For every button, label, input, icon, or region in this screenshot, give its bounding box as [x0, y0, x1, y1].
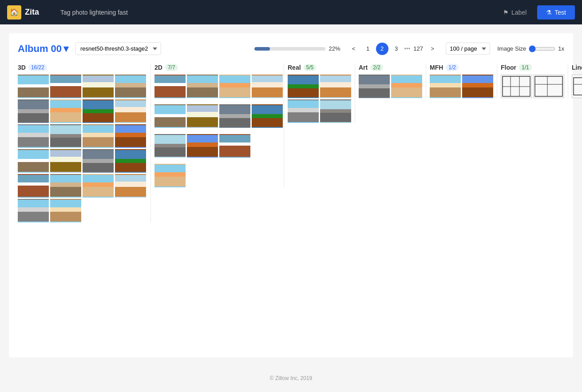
- category-floor: Floor 1/1: [497, 64, 568, 98]
- thumb-real-3[interactable]: [288, 99, 319, 123]
- category-3d-count: 16/22: [28, 64, 47, 71]
- category-mfh-header: MFH 1/2: [430, 64, 493, 71]
- thumb-3d-13[interactable]: [18, 149, 49, 173]
- thumb-2d-3[interactable]: [219, 75, 250, 98]
- thumb-2d-4[interactable]: [252, 75, 283, 98]
- progress-area: 22%: [254, 45, 340, 52]
- chevron-down-icon: ▾: [63, 43, 68, 55]
- page-1-button[interactable]: 1: [362, 43, 374, 55]
- thumb-2d-10[interactable]: [187, 134, 218, 158]
- category-floor-header: Floor 1/1: [501, 64, 564, 71]
- per-page-selector[interactable]: 50 / page 100 / page 200 / page: [446, 43, 490, 55]
- category-real-header: Real 5/5: [288, 64, 351, 71]
- prev-page-button[interactable]: <: [348, 43, 360, 55]
- main-content: Album 00 ▾ resnet50-thresh0.3-stage2 res…: [9, 33, 573, 357]
- category-art: Art 2/2: [355, 64, 426, 98]
- thumb-3d-7[interactable]: [83, 99, 114, 123]
- thumb-3d-15[interactable]: [83, 149, 114, 173]
- photo-grid-real: [288, 75, 352, 123]
- copyright: © Zillow Inc, 2019: [270, 375, 313, 381]
- category-2d: 2D 7/7: [151, 64, 284, 187]
- category-art-name: Art: [359, 64, 368, 71]
- thumb-3d-22[interactable]: [50, 199, 81, 222]
- thumb-3d-17[interactable]: [18, 174, 49, 198]
- photo-grid-mfh: [430, 75, 495, 98]
- category-art-count: 2/2: [370, 64, 383, 71]
- thumb-2d-12[interactable]: [154, 164, 186, 187]
- nav-test-button[interactable]: ⚗ Test: [537, 5, 575, 20]
- thumb-3d-21[interactable]: [18, 199, 49, 222]
- pagination: < 1 2 3 ••• 127 >: [348, 43, 439, 55]
- footer: © Zillow Inc, 2019: [0, 366, 582, 390]
- photo-grid-floor: [501, 75, 566, 98]
- model-selector-wrapper: resnet50-thresh0.3-stage2 resnet50-thres…: [75, 42, 161, 55]
- category-2d-header: 2D 7/7: [154, 64, 280, 71]
- thumb-3d-6[interactable]: [50, 99, 81, 123]
- thumb-3d-2[interactable]: [50, 75, 81, 98]
- page-2-button[interactable]: 2: [376, 43, 388, 55]
- category-mfh-name: MFH: [430, 64, 443, 71]
- album-title[interactable]: Album 00 ▾: [18, 43, 68, 55]
- thumb-real-4[interactable]: [320, 99, 351, 123]
- model-selector[interactable]: resnet50-thresh0.3-stage2 resnet50-thres…: [75, 42, 161, 55]
- category-line-header: Line 1/1: [572, 64, 582, 71]
- category-art-header: Art 2/2: [359, 64, 422, 71]
- thumb-3d-1[interactable]: [18, 75, 49, 98]
- nav-label-button[interactable]: ⚑ Label: [494, 5, 535, 20]
- last-page-button[interactable]: 127: [412, 43, 424, 55]
- thumb-3d-3[interactable]: [83, 75, 114, 98]
- next-page-button[interactable]: >: [426, 43, 439, 55]
- progress-label: 22%: [329, 45, 340, 52]
- thumb-2d-6[interactable]: [187, 104, 218, 128]
- floor-plan-svg-2: [534, 75, 563, 97]
- app-header: 🏠 Zita Tag photo lightening fast ⚑ Label…: [0, 0, 582, 24]
- thumb-3d-5[interactable]: [18, 99, 49, 123]
- thumb-3d-20[interactable]: [115, 174, 146, 198]
- category-line: Line 1/1: [568, 64, 582, 98]
- thumb-art-1[interactable]: [359, 75, 390, 98]
- thumb-2d-7[interactable]: [219, 104, 250, 128]
- category-real: Real 5/5: [284, 64, 355, 123]
- page-3-button[interactable]: 3: [390, 43, 403, 55]
- photo-grid-line: [572, 75, 582, 98]
- thumb-3d-16[interactable]: [115, 149, 146, 173]
- photo-grid-3d: [18, 75, 147, 222]
- thumb-real-1[interactable]: [288, 75, 319, 98]
- thumb-2d-1[interactable]: [154, 75, 186, 98]
- thumb-floor-1[interactable]: [501, 75, 532, 98]
- thumb-3d-11[interactable]: [83, 124, 114, 148]
- thumb-2d-11[interactable]: [219, 134, 250, 158]
- image-size-value: 1x: [558, 45, 564, 52]
- thumb-3d-12[interactable]: [115, 124, 146, 148]
- category-mfh: MFH 1/2: [426, 64, 497, 98]
- floor-plan-svg-1: [502, 75, 531, 97]
- thumb-3d-18[interactable]: [50, 174, 81, 198]
- thumb-3d-19[interactable]: [83, 174, 114, 198]
- category-2d-name: 2D: [154, 64, 162, 71]
- thumb-3d-10[interactable]: [50, 124, 81, 148]
- category-real-name: Real: [288, 64, 301, 71]
- category-real-count: 5/5: [304, 64, 317, 71]
- photo-grid-art: [359, 75, 424, 98]
- thumb-2d-5[interactable]: [154, 104, 186, 128]
- thumb-2d-9[interactable]: [154, 134, 186, 158]
- thumb-art-2[interactable]: [391, 75, 422, 98]
- image-size-slider[interactable]: [529, 45, 555, 52]
- thumb-2d-2[interactable]: [187, 75, 218, 98]
- thumb-mfh-2[interactable]: [462, 75, 493, 98]
- thumb-3d-4[interactable]: [115, 75, 146, 98]
- image-size-area: Image Size 1x: [497, 45, 564, 52]
- thumb-3d-9[interactable]: [18, 124, 49, 148]
- category-3d: 3D 16/22: [18, 64, 151, 222]
- test-icon: ⚗: [546, 9, 552, 16]
- thumb-floor-2[interactable]: [533, 75, 564, 98]
- thumb-real-2[interactable]: [320, 75, 351, 98]
- header-tagline: Tag photo lightening fast: [60, 9, 485, 16]
- thumb-2d-8[interactable]: [252, 104, 283, 128]
- thumb-3d-8[interactable]: [115, 99, 146, 123]
- thumb-line-1[interactable]: [572, 75, 582, 98]
- thumb-mfh-1[interactable]: [430, 75, 461, 98]
- thumb-3d-14[interactable]: [50, 149, 81, 173]
- category-floor-count: 1/1: [519, 64, 532, 71]
- category-3d-header: 3D 16/22: [18, 64, 147, 71]
